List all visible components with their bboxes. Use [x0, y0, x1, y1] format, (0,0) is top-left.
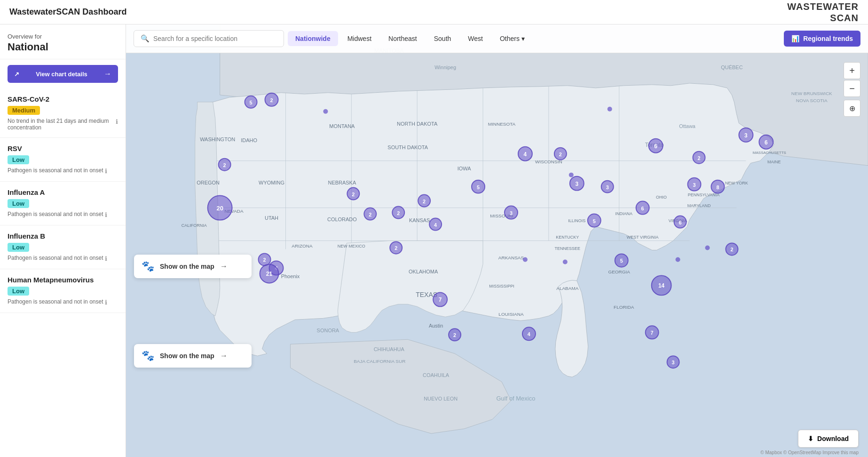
regional-trends-button[interactable]: 📊 Regional trends	[784, 31, 860, 47]
info-icon[interactable]: ℹ	[116, 118, 118, 125]
svg-text:WEST VIRGINIA: WEST VIRGINIA	[627, 235, 659, 240]
svg-text:Winnipeg: Winnipeg	[434, 64, 456, 70]
svg-text:3: 3	[672, 360, 675, 365]
svg-text:2: 2	[423, 199, 426, 204]
download-icon: ⬇	[808, 435, 813, 442]
pathogen-name: Influenza B	[8, 232, 118, 240]
svg-text:QUÉBEC: QUÉBEC	[721, 64, 742, 70]
tab-south[interactable]: South	[426, 31, 459, 46]
svg-text:NEW MEXICO: NEW MEXICO	[338, 244, 365, 249]
tab-west[interactable]: West	[460, 31, 490, 46]
svg-point-142	[323, 109, 328, 114]
svg-text:2: 2	[453, 332, 456, 338]
svg-text:2: 2	[697, 155, 700, 161]
svg-text:4: 4	[434, 222, 437, 228]
svg-text:MASSACHUSETTS: MASSACHUSETTS	[753, 151, 786, 155]
svg-text:2: 2	[263, 257, 266, 263]
info-icon[interactable]: ℹ	[105, 168, 107, 175]
view-chart-button[interactable]: ↗ View chart details →	[8, 65, 118, 83]
svg-text:MINNESOTA: MINNESOTA	[488, 121, 516, 127]
overview-for-label: Overview for	[8, 33, 118, 40]
info-icon[interactable]: ℹ	[105, 211, 107, 218]
us-map-svg: MONTANA NORTH DAKOTA SOUTH DAKOTA MINNES…	[126, 24, 868, 457]
overview-section: Overview for National	[0, 24, 126, 59]
svg-text:FLORIDA: FLORIDA	[614, 305, 634, 310]
pathogen-description: Pathogen is seasonal and not in onset ℹ	[8, 167, 118, 175]
svg-text:3: 3	[510, 210, 513, 216]
svg-text:4: 4	[528, 331, 531, 337]
svg-text:7: 7	[439, 297, 442, 303]
level-badge: Low	[8, 287, 29, 296]
svg-text:OKLAHOMA: OKLAHOMA	[409, 269, 438, 274]
svg-text:IOWA: IOWA	[458, 166, 472, 171]
view-chart-label: View chart details	[36, 71, 87, 78]
svg-text:WASHINGTON: WASHINGTON	[200, 136, 235, 142]
svg-text:Gulf of Mexico: Gulf of Mexico	[497, 395, 536, 402]
hawaii-panel-text: Show on the map	[160, 352, 214, 360]
search-box[interactable]: 🔍	[134, 30, 284, 47]
info-icon[interactable]: ℹ	[105, 299, 107, 306]
svg-text:ARIZONA: ARIZONA	[292, 243, 313, 249]
svg-text:14: 14	[658, 282, 665, 289]
hawaii-arrow-icon: →	[220, 352, 228, 360]
svg-text:SOUTH DAKOTA: SOUTH DAKOTA	[387, 144, 428, 150]
svg-text:2: 2	[730, 247, 733, 252]
svg-text:Austin: Austin	[429, 323, 443, 329]
svg-text:CHIHUAHUA: CHIHUAHUA	[374, 346, 405, 352]
alaska-panel-text: Show on the map	[160, 263, 214, 270]
map-area: 🔍 Nationwide Midwest Northeast South Wes…	[126, 24, 868, 457]
svg-point-113	[608, 107, 612, 112]
pathogen-card-influenza-a: Influenza A Low Pathogen is seasonal and…	[0, 182, 126, 225]
region-tabs: Nationwide Midwest Northeast South West …	[288, 31, 532, 46]
app-title: WastewaterSCAN Dashboard	[9, 7, 126, 17]
tab-northeast[interactable]: Northeast	[381, 31, 425, 46]
svg-text:NEW BRUNSWICK: NEW BRUNSWICK	[791, 91, 832, 96]
level-badge: Medium	[8, 106, 40, 115]
tab-nationwide[interactable]: Nationwide	[288, 31, 338, 46]
svg-text:Phoenix: Phoenix	[281, 273, 300, 279]
svg-point-133	[563, 259, 568, 264]
svg-text:WYOMING: WYOMING	[259, 180, 284, 185]
svg-text:NUEVO LEON: NUEVO LEON	[424, 396, 458, 401]
svg-text:KENTUCKY: KENTUCKY	[556, 235, 579, 240]
tab-midwest[interactable]: Midwest	[340, 31, 379, 46]
svg-text:ILLINOIS: ILLINOIS	[568, 218, 585, 223]
pathogen-description: Pathogen is seasonal and not in onset ℹ	[8, 255, 118, 262]
tab-others[interactable]: Others ▾	[492, 31, 532, 46]
info-icon[interactable]: ℹ	[105, 255, 107, 262]
svg-text:NEBRASKA: NEBRASKA	[328, 180, 356, 185]
search-icon: 🔍	[141, 34, 150, 43]
location-button[interactable]: ⊕	[844, 100, 860, 117]
alaska-show-on-map[interactable]: 🐾 Show on the map →	[134, 255, 252, 278]
crosshair-icon: ⊕	[849, 104, 855, 113]
hawaii-show-on-map[interactable]: 🐾 Show on the map →	[134, 344, 252, 368]
pathogen-card-rsv: RSV Low Pathogen is seasonal and not in …	[0, 138, 126, 182]
pathogen-name: Human Metapneumovirus	[8, 276, 118, 284]
chart-icon: ↗	[14, 71, 19, 78]
svg-text:TENNESSEE: TENNESSEE	[555, 246, 580, 251]
pathogen-card-influenza-b: Influenza B Low Pathogen is seasonal and…	[0, 225, 126, 269]
svg-text:6: 6	[679, 220, 682, 225]
zoom-out-button[interactable]: −	[844, 80, 860, 97]
download-button[interactable]: ⬇ Download	[798, 430, 859, 448]
svg-text:LOUISIANA: LOUISIANA	[498, 312, 524, 317]
zoom-in-button[interactable]: +	[844, 62, 860, 79]
svg-text:Ottawa: Ottawa	[679, 123, 696, 129]
svg-text:OHIO: OHIO	[656, 195, 667, 200]
svg-text:3: 3	[606, 184, 609, 190]
download-label: Download	[817, 435, 849, 442]
svg-text:NORTH DAKOTA: NORTH DAKOTA	[397, 121, 438, 127]
pathogen-description: Pathogen is seasonal and not in onset ℹ	[8, 211, 118, 218]
search-input[interactable]	[153, 35, 277, 42]
overview-location: National	[8, 41, 118, 53]
svg-text:BAJA CALIFORNIA SUR: BAJA CALIFORNIA SUR	[354, 359, 405, 364]
svg-text:ARKANSAS: ARKANSAS	[498, 255, 524, 260]
hawaii-icon: 🐾	[142, 350, 154, 362]
arrow-icon: →	[104, 70, 111, 78]
svg-text:5: 5	[477, 184, 480, 190]
svg-text:2: 2	[395, 245, 397, 251]
regional-trends-label: Regional trends	[803, 35, 853, 42]
svg-text:5: 5	[593, 218, 596, 224]
map-toolbar: 🔍 Nationwide Midwest Northeast South Wes…	[126, 24, 868, 53]
svg-point-134	[523, 257, 528, 262]
